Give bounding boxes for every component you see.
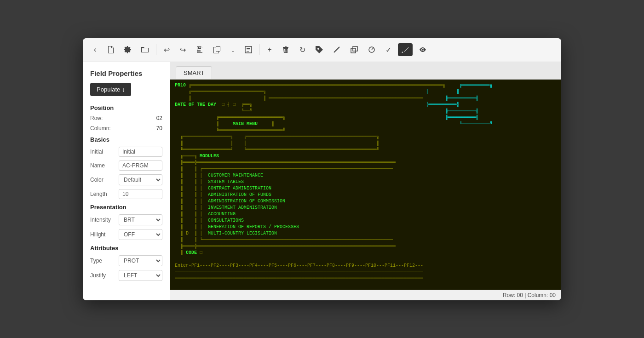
term-line-29: Enter-PF1----PF2----PF3----PF4----PF5---…	[175, 263, 557, 269]
refresh-button[interactable]: ↻	[296, 43, 309, 57]
position-section-title: Position	[90, 104, 162, 111]
populate-label: Populate ↓	[97, 86, 125, 93]
separator-2	[259, 44, 260, 55]
row-label: Row:	[90, 115, 115, 121]
color-field: Color Default Red Green Blue	[90, 174, 162, 185]
term-line-1: PR10 ╔══════════════════════════════════…	[175, 82, 557, 89]
term-line-18: ║ ║ │ ADMINISTRATION OF FUNDS	[175, 192, 557, 198]
term-line-17: ║ ║ │ CONTRACT ADMINISTRATION	[175, 185, 557, 192]
color-select[interactable]: Default Red Green Blue	[119, 174, 162, 185]
type-select[interactable]: PROT UNPROT NUM	[119, 255, 162, 266]
intensity-select[interactable]: BRT DIM NORM	[119, 214, 162, 225]
term-line-12: ╔════╗ MODULES	[175, 153, 557, 160]
term-line-19: ║ ║ │ ADMINISTRATION OF COMMISSION	[175, 198, 557, 205]
length-input[interactable]	[119, 189, 162, 199]
hilight-label: Hilight	[90, 231, 115, 238]
term-line-31: ════════════════════════════════════════…	[175, 275, 557, 282]
redo-button[interactable]: ↪	[176, 43, 190, 57]
folder-button[interactable]	[138, 43, 152, 56]
initial-label: Initial	[90, 149, 115, 155]
presentation-section-title: Presentation	[90, 204, 162, 211]
save-button[interactable]	[192, 43, 207, 56]
term-line-13: ╠════╬══════════════════════════════════…	[175, 160, 557, 166]
term-line-3: ║ ║ ════════════════════════════════════…	[175, 95, 557, 102]
name-input[interactable]	[119, 160, 162, 171]
sidebar-title: Field Properties	[90, 69, 162, 77]
term-line-10: ║ ║ ║ ║	[175, 140, 557, 147]
tag-button[interactable]	[312, 43, 327, 56]
term-line-6: ╔═══════════════════════╗ ╠══════════╣	[175, 115, 557, 121]
term-line-30: ════════════════════════════════════════…	[175, 269, 557, 275]
term-line-15: ║ ║ │ CUSTOMER MAINTENANCE	[175, 172, 557, 179]
intensity-field: Intensity BRT DIM NORM	[90, 214, 162, 225]
justify-select[interactable]: LEFT RIGHT CENTER	[119, 270, 162, 281]
delete-button[interactable]	[278, 43, 293, 56]
line-button[interactable]	[329, 43, 344, 56]
length-field: Length	[90, 189, 162, 199]
svg-rect-3	[353, 46, 357, 51]
term-line-26: ╠════╬══════════════════════════════════…	[175, 243, 557, 250]
row-value: 02	[156, 115, 162, 121]
eye-button[interactable]	[415, 43, 430, 56]
add-button[interactable]: +	[264, 43, 275, 57]
name-field: Name	[90, 160, 162, 171]
initial-input[interactable]	[119, 147, 162, 157]
hilight-select[interactable]: OFF ON	[119, 229, 162, 240]
term-line-24: ║ D ║ │ MULTI-COUNTRY LEGISLATION	[175, 230, 557, 237]
settings-button[interactable]	[120, 43, 135, 56]
file-button[interactable]	[241, 43, 256, 56]
pen-button[interactable]	[398, 43, 413, 56]
type-label: Type	[90, 258, 115, 264]
intensity-label: Intensity	[90, 217, 115, 223]
term-line-2: ╔══════════════════════════╗ ║ ║	[175, 89, 557, 95]
main-content: Field Properties Populate ↓ Position Row…	[83, 62, 561, 300]
svg-rect-2	[351, 48, 356, 53]
sidebar: Field Properties Populate ↓ Position Row…	[83, 62, 170, 300]
term-line-11: ╚═════════════════╝ ╚═══════════════════…	[175, 147, 557, 153]
status-bar: Row: 00 | Column: 00	[170, 290, 561, 300]
term-line-27: ║ CODE □	[175, 250, 557, 256]
type-field: Type PROT UNPROT NUM	[90, 255, 162, 266]
justify-label: Justify	[90, 272, 115, 279]
term-line-7: ║ MAIN MENU ║ ╚══════════╝	[175, 121, 557, 127]
term-line-5: ╚══╝ ╠══════════╣	[175, 108, 557, 115]
term-line-28	[175, 256, 557, 263]
download-button[interactable]: ↓	[227, 43, 238, 57]
copy-button[interactable]	[210, 43, 224, 56]
term-line-8: ╚═══════════════════════╝	[175, 127, 557, 134]
term-line-25: ║ ║ └───────────────────────────────────…	[175, 237, 557, 243]
term-line-9: ╔═════════════════╗ ╔═══════════════════…	[175, 134, 557, 140]
color-label: Color	[90, 177, 115, 183]
column-label: Column:	[90, 125, 115, 132]
undo-button[interactable]: ↩	[160, 43, 173, 57]
check-button[interactable]: ✓	[382, 43, 395, 57]
initial-field: Initial	[90, 147, 162, 157]
justify-field: Justify LEFT RIGHT CENTER	[90, 270, 162, 281]
toolbar: ‹ ↩ ↪ ↓ + ↻	[83, 38, 561, 62]
attributes-section-title: Attributes	[90, 245, 162, 252]
document-button[interactable]	[103, 43, 117, 56]
separator-1	[156, 44, 156, 55]
svg-line-1	[334, 47, 339, 52]
term-line-20: ║ ║ │ INVESTMENT ADMINISTRATION	[175, 205, 557, 211]
back-button[interactable]: ‹	[90, 43, 100, 57]
duplicate-button[interactable]	[347, 43, 362, 56]
row-field: Row: 02	[90, 115, 162, 121]
term-line-22: ║ ║ │ CONSULTATIONS	[175, 218, 557, 224]
smart-tab[interactable]: SMART	[176, 66, 212, 79]
content-area: SMART PR10 ╔════════════════════════════…	[170, 62, 561, 300]
tab-bar: SMART	[170, 62, 561, 80]
term-line-21: ║ ║ │ ACCOUNTING	[175, 211, 557, 218]
term-line-23: ║ ║ │ GENERATION OF REPORTS / PROCESSES	[175, 224, 557, 230]
hilight-field: Hilight OFF ON	[90, 229, 162, 240]
length-label: Length	[90, 191, 115, 197]
name-label: Name	[90, 162, 115, 169]
term-line-14: ║ ║ ┌───────────────────────────────────…	[175, 166, 557, 172]
circle-button[interactable]	[364, 43, 379, 56]
column-field: Column: 70	[90, 125, 162, 132]
terminal-container[interactable]: PR10 ╔══════════════════════════════════…	[170, 80, 561, 290]
column-value: 70	[156, 125, 162, 132]
status-text: Row: 00 | Column: 00	[503, 292, 556, 298]
term-line-16: ║ ║ │ SYSTEM TABLES	[175, 179, 557, 185]
populate-button[interactable]: Populate ↓	[90, 83, 131, 96]
